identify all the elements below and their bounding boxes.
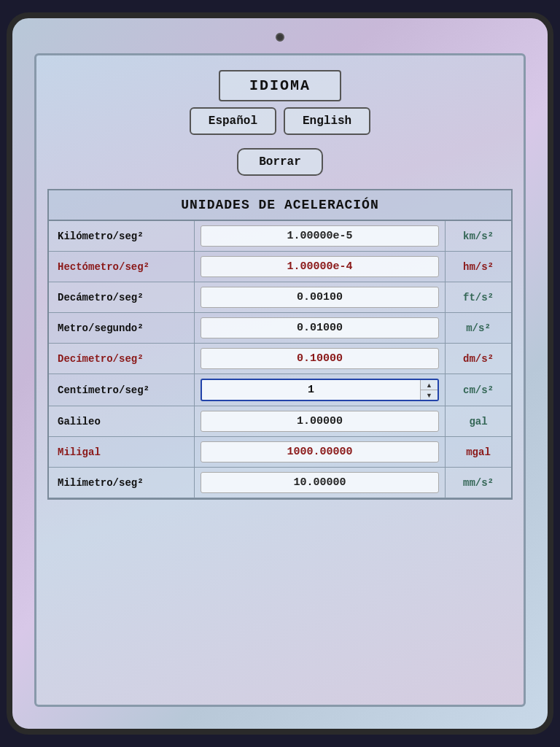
borrar-button[interactable]: Borrar bbox=[237, 148, 323, 176]
stepper-arrows: ▲▼ bbox=[420, 380, 438, 400]
unit-symbol: mm/s² bbox=[446, 468, 511, 498]
unit-value-cell[interactable]: ▲▼ bbox=[195, 374, 446, 406]
unit-value-cell[interactable] bbox=[195, 437, 446, 467]
unit-value-cell[interactable] bbox=[195, 282, 446, 312]
unit-symbol: hm/s² bbox=[446, 252, 511, 282]
stepper-container[interactable]: ▲▼ bbox=[201, 379, 439, 401]
language-section: IDIOMA Español English bbox=[156, 70, 404, 135]
unit-input[interactable] bbox=[201, 348, 439, 369]
unit-value-cell[interactable] bbox=[195, 313, 446, 343]
unit-value-cell[interactable] bbox=[195, 221, 446, 251]
units-rows: Kilómetro/seg²km/s²Hectómetro/seg²hm/s²D… bbox=[47, 221, 513, 500]
table-row: Decámetro/seg²ft/s² bbox=[49, 282, 511, 313]
stepper-down-button[interactable]: ▼ bbox=[421, 390, 438, 400]
language-buttons: Español English bbox=[190, 107, 370, 135]
unit-input[interactable] bbox=[201, 411, 439, 432]
unit-name: Miligal bbox=[49, 437, 195, 467]
unit-symbol: km/s² bbox=[446, 221, 511, 251]
espanol-button[interactable]: Español bbox=[190, 107, 276, 135]
unit-symbol: dm/s² bbox=[446, 344, 511, 374]
unit-value-cell[interactable] bbox=[195, 344, 446, 374]
camera bbox=[276, 33, 284, 42]
unit-value-cell[interactable] bbox=[195, 406, 446, 436]
unit-symbol: gal bbox=[446, 406, 511, 436]
unit-symbol: m/s² bbox=[446, 313, 511, 343]
language-title-box: IDIOMA bbox=[219, 70, 341, 101]
unit-value-cell[interactable] bbox=[195, 252, 446, 282]
unit-input[interactable] bbox=[201, 472, 439, 493]
unit-name: Centímetro/seg² bbox=[49, 374, 195, 406]
unit-symbol: cm/s² bbox=[446, 374, 511, 406]
units-table: UNIDADES DE ACELERACIÓN bbox=[47, 189, 513, 221]
unit-name: Hectómetro/seg² bbox=[49, 252, 195, 282]
english-button[interactable]: English bbox=[284, 107, 370, 135]
table-row: Metro/segundo²m/s² bbox=[49, 313, 511, 344]
unit-input[interactable] bbox=[201, 256, 439, 277]
unit-name: Galileo bbox=[49, 406, 195, 436]
table-row: Centímetro/seg²▲▼cm/s² bbox=[49, 374, 511, 406]
unit-input[interactable] bbox=[201, 317, 439, 338]
unit-name: Decímetro/seg² bbox=[49, 344, 195, 374]
table-row: Hectómetro/seg²hm/s² bbox=[49, 252, 511, 282]
unit-symbol: mgal bbox=[446, 437, 511, 467]
unit-input[interactable] bbox=[201, 225, 439, 247]
unit-input[interactable] bbox=[201, 441, 439, 462]
table-row: Decímetro/seg²dm/s² bbox=[49, 344, 511, 374]
unit-input[interactable] bbox=[201, 287, 439, 308]
unit-symbol: ft/s² bbox=[446, 282, 511, 312]
unit-input-active[interactable] bbox=[202, 380, 420, 400]
unit-name: Kilómetro/seg² bbox=[49, 221, 195, 251]
device: IDIOMA Español English Borrar UNIDADES D… bbox=[7, 12, 553, 735]
unit-name: Metro/segundo² bbox=[49, 313, 195, 343]
table-row: Milímetro/seg²mm/s² bbox=[49, 468, 511, 498]
unit-name: Decámetro/seg² bbox=[49, 282, 195, 312]
screen: IDIOMA Español English Borrar UNIDADES D… bbox=[34, 53, 526, 707]
unit-name: Milímetro/seg² bbox=[49, 468, 195, 498]
table-row: Galileogal bbox=[49, 406, 511, 437]
language-title: IDIOMA bbox=[249, 77, 311, 94]
stepper-up-button[interactable]: ▲ bbox=[421, 380, 438, 390]
table-header: UNIDADES DE ACELERACIÓN bbox=[48, 190, 512, 220]
table-row: Miligalmgal bbox=[49, 437, 511, 468]
table-row: Kilómetro/seg²km/s² bbox=[49, 221, 511, 252]
unit-value-cell[interactable] bbox=[195, 468, 446, 498]
